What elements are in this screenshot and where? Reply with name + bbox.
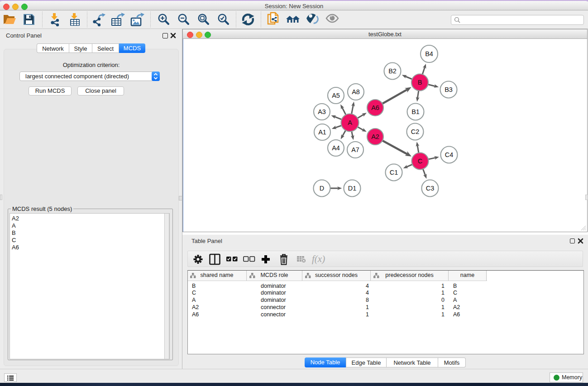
svg-text:C4: C4 xyxy=(445,151,454,158)
svg-text:A2: A2 xyxy=(371,133,379,140)
svg-text:B3: B3 xyxy=(445,86,453,93)
svg-text:D: D xyxy=(320,185,324,192)
svg-text:B: B xyxy=(418,79,422,86)
svg-text:A6: A6 xyxy=(371,104,379,111)
svg-text:B4: B4 xyxy=(425,50,433,57)
svg-text:C: C xyxy=(418,157,422,165)
svg-text:A5: A5 xyxy=(332,92,340,99)
svg-text:A7: A7 xyxy=(351,146,359,153)
svg-text:B2: B2 xyxy=(388,67,397,75)
svg-text:C3: C3 xyxy=(426,185,435,192)
svg-text:B1: B1 xyxy=(411,108,420,115)
svg-text:A: A xyxy=(348,119,352,126)
svg-text:A1: A1 xyxy=(318,129,326,136)
svg-text:C1: C1 xyxy=(390,169,398,176)
svg-text:A8: A8 xyxy=(352,88,360,95)
svg-text:f(x): f(x) xyxy=(312,253,325,264)
svg-text:C2: C2 xyxy=(411,128,420,135)
svg-text:D1: D1 xyxy=(348,185,357,192)
svg-text:A4: A4 xyxy=(332,144,340,152)
svg-text:A3: A3 xyxy=(318,108,326,115)
